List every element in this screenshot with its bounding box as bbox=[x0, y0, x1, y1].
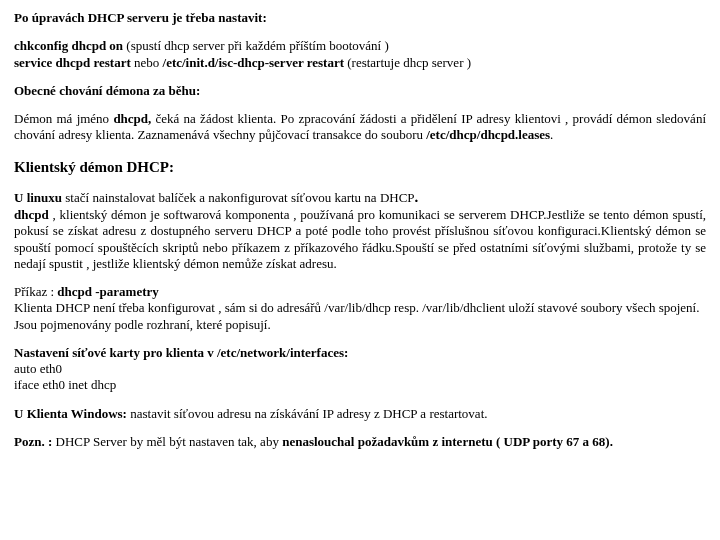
paragraph-client-daemon: dhcpd , klientský démon je softwarová ko… bbox=[14, 207, 706, 272]
cmd-initd-restart: /etc/init.d/isc-dhcp-server restart bbox=[163, 55, 344, 70]
note-bold: nenaslouchal požadavkům z internetu ( UD… bbox=[282, 434, 613, 449]
heading-setup: Po úpravách DHCP serveru je třeba nastav… bbox=[14, 10, 706, 26]
daemon-period: . bbox=[550, 127, 553, 142]
leases-path: /etc/dhcp/dhcpd.leases bbox=[426, 127, 550, 142]
heading-interfaces: Nastavení síťové karty pro klienta v /et… bbox=[14, 345, 706, 361]
client-dhcpd: dhcpd bbox=[14, 207, 49, 222]
linux-period: . bbox=[415, 189, 419, 205]
windows-text: nastavit síťovou adresu na získávání IP … bbox=[127, 406, 488, 421]
linux-text: stačí nainstalovat balíček a nakonfiguro… bbox=[62, 190, 415, 205]
command-label: Příkaz : bbox=[14, 284, 57, 299]
cmd-service-restart: service dhcpd restart bbox=[14, 55, 131, 70]
windows-label: U Klienta Windows: bbox=[14, 406, 127, 421]
line-windows-client: U Klienta Windows: nastavit síťovou adre… bbox=[14, 406, 706, 422]
interfaces-line-1: auto eth0 bbox=[14, 361, 706, 377]
desc-chkconfig: (spustí dhcp server při každém příštím b… bbox=[123, 38, 389, 53]
note-label: Pozn. : bbox=[14, 434, 52, 449]
daemon-name: dhcpd, bbox=[113, 111, 151, 126]
linux-label: U linuxu bbox=[14, 190, 62, 205]
heading-daemon-behavior: Obecné chování démona za běhu: bbox=[14, 83, 706, 99]
line-service-restart: service dhcpd restart nebo /etc/init.d/i… bbox=[14, 55, 706, 71]
paragraph-client-noconfig: Klienta DHCP není třeba konfigurovat , s… bbox=[14, 300, 706, 333]
text-or: nebo bbox=[131, 55, 163, 70]
line-note: Pozn. : DHCP Server by měl být nastaven … bbox=[14, 434, 706, 450]
desc-restart: (restartuje dhcp server ) bbox=[344, 55, 471, 70]
client-text: , klientský démon je softwarová komponen… bbox=[14, 207, 706, 271]
line-command: Příkaz : dhcpd -parametry bbox=[14, 284, 706, 300]
interfaces-line-2: iface eth0 inet dhcp bbox=[14, 377, 706, 393]
note-text: DHCP Server by měl být nastaven tak, aby bbox=[52, 434, 282, 449]
cmd-chkconfig: chkconfig dhcpd on bbox=[14, 38, 123, 53]
line-linux-install: U linuxu stačí nainstalovat balíček a na… bbox=[14, 188, 706, 207]
command-value: dhcpd -parametry bbox=[57, 284, 158, 299]
daemon-text-a: Démon má jméno bbox=[14, 111, 113, 126]
paragraph-daemon: Démon má jméno dhcpd, čeká na žádost kli… bbox=[14, 111, 706, 144]
line-chkconfig: chkconfig dhcpd on (spustí dhcp server p… bbox=[14, 38, 706, 54]
heading-client-daemon: Klientský démon DHCP: bbox=[14, 158, 706, 177]
